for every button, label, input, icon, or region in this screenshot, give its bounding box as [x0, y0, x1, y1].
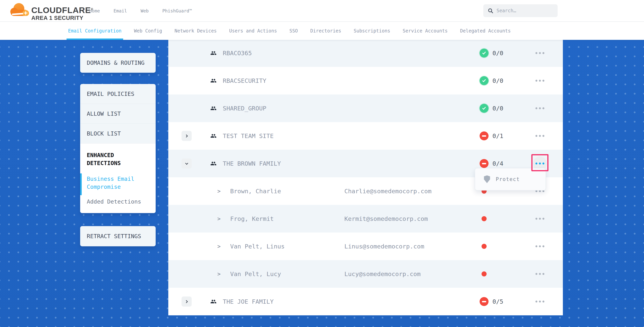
- sidebar-item-enhanced-detections[interactable]: ENHANCED DETECTIONS: [87, 151, 145, 167]
- annotation-highlight: [531, 154, 548, 171]
- active-item-indicator: [80, 173, 82, 195]
- sidebar-item-allow-list[interactable]: ALLOW LIST: [80, 104, 156, 124]
- group-icon: [210, 160, 217, 167]
- sidebar-item-email-policies[interactable]: EMAIL POLICIES: [80, 84, 156, 104]
- status-dot: [482, 216, 486, 221]
- nav-web[interactable]: Web: [141, 8, 149, 13]
- row-email: Lucy@somedemocorp.com: [344, 271, 421, 278]
- member-chevron-icon: [217, 188, 221, 194]
- shield-icon: [484, 175, 490, 183]
- status-fail-badge: [480, 159, 488, 168]
- member-chevron-icon: [217, 243, 221, 250]
- row-menu-button[interactable]: [533, 129, 547, 143]
- status-pass-badge: [480, 104, 488, 113]
- row-email: Charlie@somedemocorp.com: [344, 188, 432, 195]
- sidebar-item-business-email-compromise[interactable]: Business Email Compromise: [87, 175, 145, 191]
- section-tabs: Email Configuration Web Config Network D…: [0, 22, 644, 40]
- row-name: THE JOE FAMILY: [223, 298, 274, 305]
- tab-service-accounts[interactable]: Service Accounts: [403, 22, 448, 40]
- top-nav: Home Email Web PhishGuard™: [89, 0, 192, 22]
- group-icon: [210, 50, 217, 56]
- table-row: Frog, Kermit Kermit@somedemocorp.com: [168, 205, 563, 233]
- row-menu-button[interactable]: [533, 295, 547, 309]
- protected-count: 0/0: [492, 49, 503, 56]
- protect-menu-item[interactable]: Protect: [496, 176, 520, 182]
- group-icon: [210, 78, 217, 84]
- tab-subscriptions[interactable]: Subscriptions: [354, 22, 390, 40]
- search-input[interactable]: [496, 8, 549, 13]
- protected-count: 0/4: [492, 160, 503, 167]
- cloudflare-logo[interactable]: CLOUDFLARE® AREA 1 SECURITY: [10, 3, 80, 19]
- brand-subtitle: AREA 1 SECURITY: [31, 14, 93, 21]
- cloudflare-cloud-icon: [10, 3, 30, 17]
- row-name: Brown, Charlie: [230, 188, 281, 195]
- status-fail-badge: [480, 131, 488, 140]
- table-row: RBACSECURITY 0/0: [168, 67, 563, 94]
- nav-home[interactable]: Home: [89, 8, 100, 13]
- expand-button[interactable]: [182, 131, 192, 141]
- sidebar-card-retract-settings[interactable]: RETRACT SETTINGS: [80, 226, 156, 246]
- row-menu-button[interactable]: [533, 239, 547, 253]
- status-fail-badge: [480, 297, 488, 306]
- sidebar-item-block-list[interactable]: BLOCK LIST: [80, 124, 156, 143]
- row-menu-button[interactable]: [533, 74, 547, 88]
- sidebar-item-retract-settings[interactable]: RETRACT SETTINGS: [80, 226, 156, 246]
- chevron-icon: [185, 162, 188, 165]
- table-row: RBACO365 0/0: [168, 39, 563, 67]
- row-name: THE BROWN FAMILY: [223, 160, 281, 167]
- protected-count: 0/1: [492, 132, 503, 139]
- sidebar-card-policies: EMAIL POLICIES ALLOW LIST BLOCK LIST ENH…: [80, 84, 156, 213]
- table-row: TEST TEAM SITE 0/1: [168, 122, 563, 150]
- tab-directories[interactable]: Directories: [310, 22, 341, 40]
- sidebar-card-domains-routing[interactable]: DOMAINS & ROUTING: [80, 53, 156, 73]
- member-chevron-icon: [217, 271, 221, 277]
- tab-users-and-actions[interactable]: Users and Actions: [229, 22, 277, 40]
- minus-icon: [482, 135, 486, 137]
- brand-name: CLOUDFLARE®: [31, 5, 93, 14]
- row-menu-button[interactable]: [533, 46, 547, 60]
- table-row: Van Pelt, Lucy Lucy@somedemocorp.com: [168, 260, 563, 288]
- app-header: CLOUDFLARE® AREA 1 SECURITY Home Email W…: [0, 0, 644, 22]
- tab-email-configuration[interactable]: Email Configuration: [68, 22, 122, 40]
- tab-delegated-accounts[interactable]: Delegated Accounts: [460, 22, 511, 40]
- status-dot: [482, 244, 486, 249]
- row-email: Linus@somedemocorp.com: [344, 243, 424, 250]
- tab-network-devices[interactable]: Network Devices: [174, 22, 217, 40]
- member-chevron-icon: [217, 216, 221, 222]
- table-row: SHARED_GROUP 0/0: [168, 94, 563, 122]
- expand-button[interactable]: [182, 158, 192, 169]
- protected-count: 0/0: [492, 77, 503, 84]
- nav-email[interactable]: Email: [114, 8, 127, 13]
- row-menu-button[interactable]: [533, 267, 547, 281]
- group-icon: [210, 299, 217, 305]
- tab-sso[interactable]: SSO: [289, 22, 298, 40]
- table-row: THE JOE FAMILY 0/5: [168, 288, 563, 315]
- sidebar-item-added-detections[interactable]: Added Detections: [87, 198, 149, 205]
- status-pass-badge: [480, 76, 488, 85]
- minus-icon: [482, 301, 486, 302]
- row-menu-button[interactable]: [533, 101, 547, 115]
- row-context-menu: Protect: [475, 168, 546, 191]
- expand-button[interactable]: [182, 297, 192, 307]
- table-row: Van Pelt, Linus Linus@somedemocorp.com: [168, 233, 563, 260]
- row-name: Van Pelt, Linus: [230, 243, 285, 250]
- group-icon: [210, 133, 217, 139]
- nav-phishguard[interactable]: PhishGuard™: [162, 8, 192, 13]
- row-name: TEST TEAM SITE: [223, 132, 274, 139]
- search-bar[interactable]: [483, 4, 558, 17]
- chevron-icon: [185, 134, 188, 137]
- row-name: Van Pelt, Lucy: [230, 271, 281, 278]
- row-name: RBACO365: [223, 49, 252, 56]
- sidebar-section-enhanced-detections: ENHANCED DETECTIONS Business Email Compr…: [80, 143, 156, 213]
- row-name: Frog, Kermit: [230, 215, 274, 222]
- row-email: Kermit@somedemocorp.com: [344, 215, 428, 222]
- minus-icon: [482, 163, 486, 164]
- group-icon: [210, 105, 217, 111]
- sidebar-item-domains-routing[interactable]: DOMAINS & ROUTING: [80, 53, 156, 73]
- row-name: SHARED_GROUP: [223, 105, 266, 112]
- tab-web-config[interactable]: Web Config: [134, 22, 162, 40]
- row-menu-button[interactable]: [533, 212, 547, 226]
- search-icon: [488, 8, 494, 13]
- row-name: RBACSECURITY: [223, 77, 266, 84]
- status-pass-badge: [480, 49, 488, 57]
